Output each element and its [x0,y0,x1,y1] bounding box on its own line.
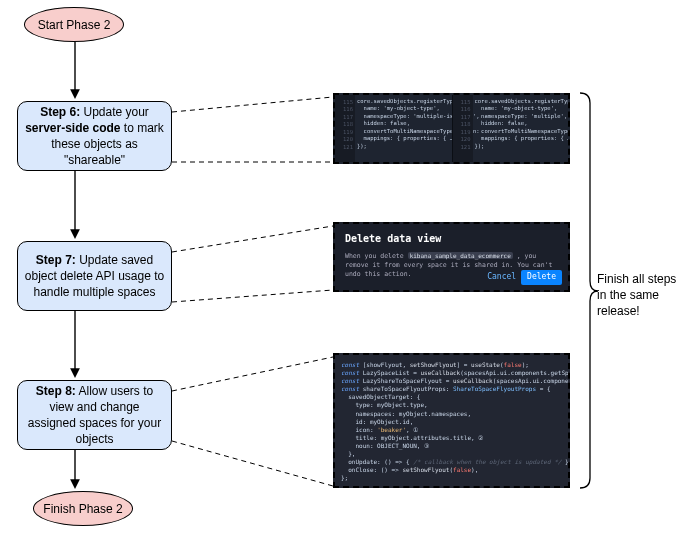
step-7: Step 7: Update saved object delete API u… [17,241,172,311]
annotation-finish-all-steps: Finish all steps in the same release! [597,271,676,320]
step-8-text: Step 8: Allow users to view and change a… [24,383,165,448]
finish-label: Finish Phase 2 [43,502,122,516]
svg-line-9 [172,441,333,486]
step-7-text: Step 7: Update saved object delete API u… [24,252,165,301]
svg-line-7 [172,290,333,302]
screenshot-delete-data-view: Delete data view When you delete kibana_… [333,222,570,292]
start-node: Start Phase 2 [24,7,124,42]
screenshot-code-register-type: 115116117118119120121 core.savedObjects.… [333,93,570,164]
finish-node: Finish Phase 2 [33,491,133,526]
modal-title: Delete data view [345,232,558,246]
delete-button: Delete [521,270,562,285]
cancel-button: Cancel [487,272,516,283]
screenshot-share-to-space-code: const [showFlyout, setShowFlyout] = useS… [333,353,570,488]
svg-line-6 [172,226,333,252]
step-6-text: Step 6: Update your server-side code to … [24,104,165,169]
svg-line-8 [172,357,333,391]
svg-line-4 [172,97,333,112]
step-8: Step 8: Allow users to view and change a… [17,380,172,450]
step-6: Step 6: Update your server-side code to … [17,101,172,171]
start-label: Start Phase 2 [38,18,111,32]
